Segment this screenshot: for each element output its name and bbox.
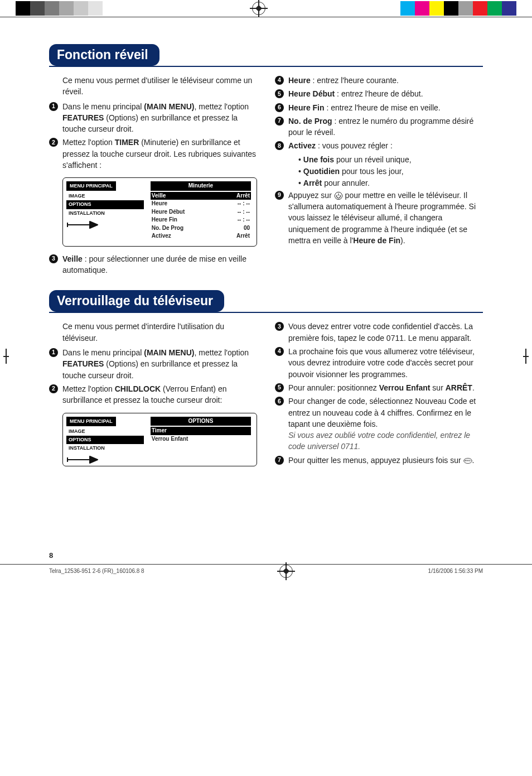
color-swatches-right xyxy=(400,1,516,16)
color-swatch xyxy=(103,1,117,16)
step-text: Pour changer de code, sélectionnez Nouve… xyxy=(288,396,483,452)
section1-right-col: 4Heure : entrez l'heure courante.5Heure … xyxy=(275,75,483,278)
step: 1Dans le menu principal (MAIN MENU), met… xyxy=(49,347,257,381)
osd-row: Heure Fin-- : -- xyxy=(151,216,251,224)
osd-row-value: -- : -- xyxy=(238,208,250,216)
section1-columns: Ce menu vous permet d'utiliser le télévi… xyxy=(49,75,483,278)
step-number-badge: 4 xyxy=(275,76,284,85)
color-swatch xyxy=(74,1,88,16)
arrow-right-icon xyxy=(66,221,100,229)
osd-row-value: Arrêt xyxy=(236,232,250,240)
osd-row: VeilleArrêt xyxy=(151,192,251,200)
step-text: Activez : vous pouvez régler : xyxy=(288,140,483,151)
step: 7Pour quitter les menus, appuyez plusieu… xyxy=(275,455,483,466)
color-swatch xyxy=(59,1,74,16)
step-text: Veille : pour sélectionner une durée de … xyxy=(62,253,257,276)
svg-text:MENU: MENU xyxy=(465,459,471,462)
footer-filename: Telra_12536-951 2-6 (FR)_160106.8 8 xyxy=(49,568,144,574)
sub-bullet: Une fois pour un réveil unique, xyxy=(288,154,483,165)
osd-row-label: Veille xyxy=(152,192,166,200)
step-text: Dans le menu principal (MAIN MENU), mett… xyxy=(62,347,257,381)
step-number-badge: 1 xyxy=(49,102,58,111)
step-number-badge: 3 xyxy=(275,322,284,331)
osd-row: No. De Prog00 xyxy=(151,224,251,233)
color-swatch xyxy=(16,1,30,16)
osd-row-label: No. De Prog xyxy=(152,224,183,233)
step-number-badge: 9 xyxy=(275,191,284,200)
step-number-badge: 7 xyxy=(275,117,284,126)
step-number-badge: 1 xyxy=(49,348,58,357)
step-text: Pour quitter les menus, appuyez plusieur… xyxy=(288,455,483,466)
registration-mark-icon xyxy=(252,2,265,15)
step-text: Heure Début : entrez l'heure de début. xyxy=(288,88,483,99)
section-heading: Verrouillage du téléviseur xyxy=(49,290,224,312)
color-swatch xyxy=(458,1,473,16)
step-text: Dans le menu principal (MAIN MENU), mett… xyxy=(62,101,257,135)
step: 3Vous devez entrer votre code confidenti… xyxy=(275,321,483,344)
step: 6Pour changer de code, sélectionnez Nouv… xyxy=(275,396,483,452)
step: 9Appuyez sur pour mettre en veille le té… xyxy=(275,190,483,246)
osd-menu-item: IMAGE xyxy=(66,427,144,436)
section-heading: Fonction réveil xyxy=(49,44,159,66)
osd-timer-menu: MENU PRINCIPAL IMAGEOPTIONSINSTALLATION … xyxy=(62,177,257,247)
footer-timestamp: 1/16/2006 1:56:33 PM xyxy=(428,568,483,574)
color-swatch xyxy=(415,1,429,16)
osd-menu-item: INSTALLATION xyxy=(66,209,144,218)
osd-menu-item: IMAGE xyxy=(66,192,144,200)
page-number: 8 xyxy=(0,551,532,560)
color-swatch xyxy=(30,1,45,16)
section2-intro: Ce menu vous permet d'interdire l'utilis… xyxy=(49,321,257,344)
osd-row: Heure-- : -- xyxy=(151,200,251,208)
step-number-badge: 8 xyxy=(275,141,284,150)
osd-panel-title: OPTIONS xyxy=(151,417,251,426)
section1-intro: Ce menu vous permet d'utiliser le télévi… xyxy=(49,75,257,98)
section-heading-wrap: Verrouillage du téléviseur xyxy=(49,290,483,313)
osd-row-label: Heure Début xyxy=(152,208,185,216)
osd-row-label: Heure xyxy=(152,200,167,208)
step-number-badge: 6 xyxy=(275,103,284,112)
step-number-badge: 6 xyxy=(275,397,284,406)
step-number-badge: 4 xyxy=(275,347,284,356)
color-swatch xyxy=(444,1,458,16)
step-text: Mettez l'option CHILDLOCK (Verrou Enfant… xyxy=(62,383,257,406)
step: 4Heure : entrez l'heure courante. xyxy=(275,75,483,86)
osd-row: Timer xyxy=(151,427,251,435)
sub-bullet: Quotidien pour tous les jour, xyxy=(288,166,483,177)
print-footer: Telra_12536-951 2-6 (FR)_160106.8 8 1/16… xyxy=(0,565,532,582)
step-number-badge: 2 xyxy=(49,138,58,147)
osd-row-value: Arrêt xyxy=(236,192,250,200)
step-text: Heure Fin : entrez l'heure de mise en ve… xyxy=(288,102,483,113)
color-swatch xyxy=(45,1,59,16)
osd-row: ActivezArrêt xyxy=(151,232,251,240)
page-content: Fonction réveil Ce menu vous permet d'ut… xyxy=(0,22,532,484)
section2-left-col: Ce menu vous permet d'interdire l'utilis… xyxy=(49,321,257,473)
step: 8Activez : vous pouvez régler : xyxy=(275,140,483,151)
step-text: Mettez l'option TIMER (Minuterie) en sur… xyxy=(62,137,257,171)
osd-panel-title: Minuterie xyxy=(151,181,251,191)
step-text: Pour annuler: positionnez Verrou Enfant … xyxy=(288,382,483,393)
osd-menu-item: OPTIONS xyxy=(66,200,144,209)
osd-menu-item: OPTIONS xyxy=(66,436,144,444)
color-swatch xyxy=(487,1,502,16)
section1-left-col: Ce menu vous permet d'utiliser le télévi… xyxy=(49,75,257,278)
section-heading-wrap: Fonction réveil xyxy=(49,44,483,67)
section2-right-col: 3Vous devez entrer votre code confidenti… xyxy=(275,321,483,473)
osd-row-label: Verrou Enfant xyxy=(152,435,188,444)
osd-row-label: Timer xyxy=(152,427,167,435)
step: 2Mettez l'option TIMER (Minuterie) en su… xyxy=(49,137,257,171)
color-swatch xyxy=(400,1,415,16)
step: 5Heure Début : entrez l'heure de début. xyxy=(275,88,483,99)
step-text: La prochaine fois que vous allumerez vot… xyxy=(288,346,483,380)
step: 5Pour annuler: positionnez Verrou Enfant… xyxy=(275,382,483,393)
section2-columns: Ce menu vous permet d'interdire l'utilis… xyxy=(49,321,483,473)
step-number-badge: 2 xyxy=(49,384,58,393)
step-number-badge: 7 xyxy=(275,456,284,465)
color-swatch xyxy=(88,1,103,16)
sub-bullet: Arrêt pour annuler. xyxy=(288,177,483,189)
osd-menu-item: INSTALLATION xyxy=(66,444,144,452)
osd-row: Heure Début-- : -- xyxy=(151,208,251,216)
step: 1Dans le menu principal (MAIN MENU), met… xyxy=(49,101,257,135)
osd-menu-label: MENU PRINCIPAL xyxy=(66,181,116,191)
osd-menu-label: MENU PRINCIPAL xyxy=(66,417,116,426)
step-text: Appuyez sur pour mettre en veille le tél… xyxy=(288,190,483,246)
